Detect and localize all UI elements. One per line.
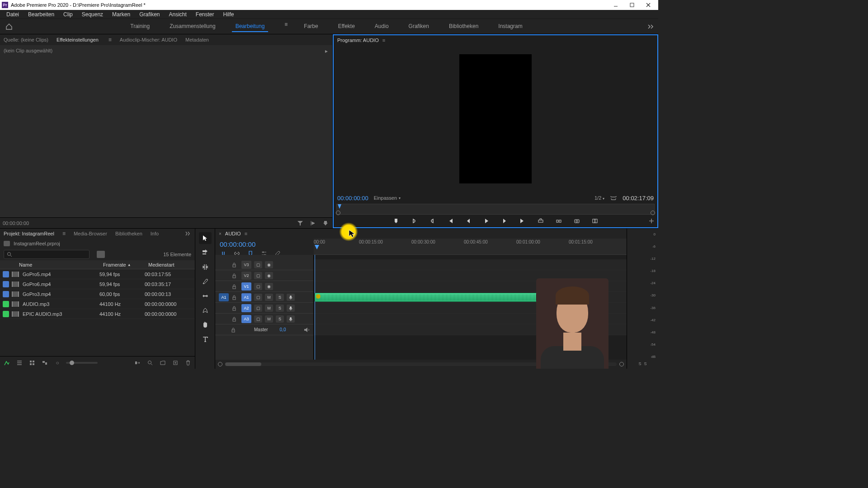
extract-button[interactable] bbox=[555, 217, 563, 225]
label-swatch[interactable] bbox=[3, 311, 9, 317]
label-swatch[interactable] bbox=[3, 291, 9, 297]
timeline-timecode[interactable]: 00:00:00:00 bbox=[220, 240, 309, 248]
project-row[interactable]: EPIC AUDIO.mp3 44100 Hz 00:00:00:0000 bbox=[0, 309, 195, 319]
zoom-handle-right[interactable] bbox=[619, 362, 624, 366]
go-to-in-button[interactable] bbox=[446, 217, 454, 225]
mute-button[interactable]: M bbox=[265, 305, 273, 312]
go-to-out-button[interactable] bbox=[519, 217, 527, 225]
timeline-menu-icon[interactable]: ≡ bbox=[245, 231, 247, 236]
project-row[interactable]: AUDIO.mp3 44100 Hz 00:00:00:0000 bbox=[0, 299, 195, 309]
program-timecode[interactable]: 00:00:00:00 bbox=[337, 195, 368, 202]
zoom-slider[interactable] bbox=[66, 362, 98, 364]
tab-project[interactable]: Projekt: InstagramReel bbox=[4, 231, 54, 236]
project-row[interactable]: GoPro5.mp4 59,94 fps 00:03:17:55 bbox=[0, 269, 195, 279]
hand-tool[interactable] bbox=[199, 319, 212, 331]
fit-dropdown[interactable]: Einpassen▾ bbox=[374, 195, 401, 201]
voice-over-icon[interactable] bbox=[287, 305, 295, 312]
workspace-color[interactable]: Farbe bbox=[300, 21, 321, 32]
export-frame-button[interactable] bbox=[573, 217, 581, 225]
selection-tool[interactable] bbox=[199, 232, 212, 244]
lock-icon[interactable] bbox=[231, 295, 239, 300]
workspace-instagram[interactable]: Instagram bbox=[495, 21, 526, 32]
zoom-handle-left[interactable] bbox=[218, 362, 222, 366]
column-mediastart[interactable]: Medienstart bbox=[145, 262, 194, 267]
freeform-view-button[interactable] bbox=[41, 359, 49, 367]
track-label[interactable]: A2 bbox=[241, 304, 251, 312]
automate-icon[interactable] bbox=[133, 359, 142, 367]
project-row[interactable]: GoPro3.mp4 60,00 fps 00:00:00:13 bbox=[0, 289, 195, 299]
list-view-button[interactable] bbox=[15, 359, 24, 367]
new-bin-button[interactable] bbox=[97, 251, 105, 258]
menu-window[interactable]: Fenster bbox=[191, 10, 219, 19]
quality-icon[interactable] bbox=[3, 359, 11, 367]
pen-tool[interactable] bbox=[199, 305, 212, 316]
home-button[interactable] bbox=[4, 21, 14, 32]
program-scrubber[interactable] bbox=[336, 204, 655, 215]
comparison-view-button[interactable] bbox=[591, 217, 599, 225]
playhead-line[interactable] bbox=[315, 255, 315, 360]
solo-left[interactable]: S bbox=[638, 361, 641, 366]
button-editor-icon[interactable] bbox=[648, 218, 655, 224]
sync-lock-icon[interactable]: ▢ bbox=[254, 305, 262, 312]
workspace-menu-icon[interactable]: ≡ bbox=[284, 21, 288, 32]
track-label[interactable]: V3 bbox=[241, 261, 251, 269]
razor-tool[interactable] bbox=[199, 276, 212, 287]
new-bin-icon[interactable] bbox=[159, 359, 167, 367]
tab-info[interactable]: Info bbox=[151, 231, 159, 236]
filter-icon[interactable] bbox=[296, 219, 304, 227]
audio-clip[interactable] bbox=[315, 293, 572, 302]
workspace-graphics[interactable]: Grafiken bbox=[405, 21, 433, 32]
project-row[interactable]: GoPro6.mp4 59,94 fps 00:03:35:17 bbox=[0, 279, 195, 289]
sync-lock-icon[interactable]: ▢ bbox=[254, 294, 262, 301]
tab-source[interactable]: Quelle: (keine Clips) bbox=[4, 37, 48, 42]
eye-icon[interactable]: ◉ bbox=[265, 261, 273, 268]
sync-lock-icon[interactable]: ▢ bbox=[254, 315, 262, 323]
tab-media-browser[interactable]: Media-Browser bbox=[74, 231, 107, 236]
project-menu-icon[interactable]: ≡ bbox=[62, 230, 66, 237]
program-menu-icon[interactable]: ≡ bbox=[382, 38, 385, 43]
menu-graphics[interactable]: Grafiken bbox=[135, 10, 164, 19]
project-overflow-icon[interactable] bbox=[185, 231, 191, 236]
workspace-libraries[interactable]: Bibliotheken bbox=[445, 21, 482, 32]
track-label[interactable]: V1 bbox=[241, 282, 251, 291]
track-header-a1[interactable]: A1 A1 ▢ M S bbox=[215, 292, 313, 303]
tab-metadata[interactable]: Metadaten bbox=[185, 37, 209, 42]
tab-effect-controls[interactable]: Effekteinstellungen bbox=[57, 37, 99, 42]
solo-right[interactable]: S bbox=[644, 361, 647, 366]
source-patch[interactable]: A1 bbox=[219, 293, 229, 301]
lock-icon[interactable] bbox=[231, 327, 238, 333]
icon-view-button[interactable] bbox=[28, 359, 36, 367]
zoom-out-icon[interactable]: ○ bbox=[53, 359, 61, 367]
tab-menu-icon[interactable]: ≡ bbox=[108, 37, 112, 43]
column-framerate[interactable]: Framerate▾ bbox=[99, 262, 145, 267]
column-name[interactable]: Name bbox=[0, 262, 99, 267]
minimize-button[interactable] bbox=[608, 0, 624, 10]
workspace-effects[interactable]: Effekte bbox=[335, 21, 359, 32]
track-label[interactable]: V2 bbox=[241, 272, 251, 280]
type-tool[interactable] bbox=[199, 333, 212, 345]
new-item-icon[interactable] bbox=[171, 359, 179, 367]
label-swatch[interactable] bbox=[3, 281, 9, 287]
search-input-wrapper[interactable] bbox=[4, 250, 90, 259]
menu-view[interactable]: Ansicht bbox=[164, 10, 191, 19]
sync-lock-icon[interactable]: ▢ bbox=[254, 261, 262, 268]
sync-lock-icon[interactable]: ▢ bbox=[254, 272, 262, 279]
sequence-name[interactable]: AUDIO bbox=[225, 231, 241, 236]
solo-button[interactable]: S bbox=[276, 315, 284, 323]
workspace-training[interactable]: Training bbox=[127, 21, 153, 32]
delete-icon[interactable] bbox=[184, 359, 192, 367]
disclosure-icon[interactable]: ▸ bbox=[325, 48, 328, 54]
solo-button[interactable]: S bbox=[276, 294, 284, 301]
eye-icon[interactable]: ◉ bbox=[265, 283, 273, 290]
voice-over-icon[interactable] bbox=[287, 315, 295, 323]
settings-icon[interactable] bbox=[610, 194, 617, 202]
lock-icon[interactable] bbox=[231, 273, 239, 278]
close-button[interactable] bbox=[640, 0, 656, 10]
voice-over-icon[interactable] bbox=[287, 294, 295, 301]
mark-out-button[interactable] bbox=[428, 217, 436, 225]
track-label[interactable]: A3 bbox=[241, 315, 251, 323]
lock-icon[interactable] bbox=[231, 262, 239, 267]
eye-icon[interactable]: ◉ bbox=[265, 272, 273, 279]
lift-button[interactable] bbox=[537, 217, 545, 225]
track-header-v3[interactable]: V3 ▢ ◉ bbox=[215, 259, 313, 270]
